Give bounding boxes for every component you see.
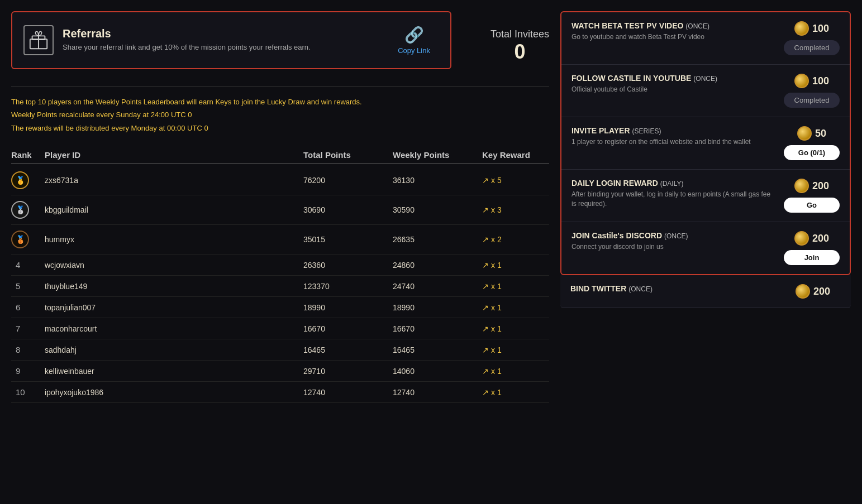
left-panel: Referrals Share your referral link and g…	[11, 11, 549, 493]
key-arrow-icon: ↗	[482, 205, 489, 214]
referral-text: Referrals Share your referral link and g…	[63, 27, 380, 52]
total-points: 18990	[303, 303, 393, 312]
info-line2: Weekly Points recalculate every Sunday a…	[11, 108, 549, 121]
extra-mission-badge: (ONCE)	[628, 285, 653, 293]
go-button[interactable]: Go (0/1)	[784, 145, 840, 160]
mission-title: FOLLOW CASTILE IN YOUTUBE (ONCE)	[572, 74, 777, 83]
mission-title: DAILY LOGIN REWARD (DAILY)	[572, 179, 777, 188]
reward-points: 100	[794, 21, 829, 36]
weekly-points: 12740	[393, 388, 482, 397]
info-text: The top 10 players on the Weekly Points …	[11, 95, 549, 135]
total-points: 123370	[303, 282, 393, 291]
total-points: 76200	[303, 176, 393, 185]
reward-points: 200	[794, 231, 829, 246]
rank-cell: 10	[11, 387, 45, 397]
coin-icon	[794, 74, 809, 88]
total-points: 30690	[303, 205, 393, 214]
key-reward-value: x 2	[491, 235, 502, 244]
key-reward-value: x 1	[491, 261, 502, 270]
mission-badge: (DAILY)	[660, 180, 684, 188]
mission-description: After binding your wallet, log in daily …	[572, 190, 777, 209]
key-reward: ↗ x 1	[482, 345, 549, 354]
player-id: sadhdahj	[45, 345, 303, 354]
extra-mission-title: BIND TWITTER (ONCE)	[570, 284, 778, 293]
col-weekly-points: Weekly Points	[393, 150, 482, 160]
key-reward: ↗ x 1	[482, 282, 549, 291]
mission-item: WATCH BETA TEST PV VIDEO (ONCE) Go to yo…	[561, 12, 850, 65]
col-total-points: Total Points	[303, 150, 393, 160]
mission-reward: 200 Go	[784, 179, 840, 213]
join-button[interactable]: Join	[784, 250, 840, 265]
divider	[11, 86, 549, 87]
mission-info: FOLLOW CASTILE IN YOUTUBE (ONCE) Officia…	[572, 74, 777, 94]
rank-cell: 🥈	[11, 201, 45, 219]
coin-icon	[794, 21, 809, 36]
completed-button: Completed	[784, 93, 840, 108]
total-invitees-label: Total Invitees	[490, 28, 549, 40]
mission-description: Connect your discord to join us	[572, 242, 777, 252]
table-row: 4 wcjowxiavn 26360 24860 ↗ x 1	[11, 255, 549, 276]
reward-points: 50	[797, 126, 826, 141]
leaderboard-rows: 🥇 zxs6731a 76200 36130 ↗ x 5 🥈 kbgguildm…	[11, 166, 549, 403]
key-reward: ↗ x 1	[482, 367, 549, 376]
key-arrow-icon: ↗	[482, 235, 489, 244]
key-reward: ↗ x 1	[482, 388, 549, 397]
rank-number: 8	[11, 345, 20, 354]
mission-item: INVITE PLAYER (SERIES) 1 player to regis…	[561, 117, 850, 170]
table-row: 10 ipohyxojuko1986 12740 12740 ↗ x 1	[11, 382, 549, 403]
points-value: 100	[812, 23, 829, 35]
rank-number: 7	[11, 324, 20, 333]
rank-number: 9	[11, 366, 20, 376]
rank-number: 6	[11, 303, 20, 312]
key-reward-value: x 5	[491, 176, 502, 185]
weekly-points: 18990	[393, 303, 482, 312]
key-reward-value: x 1	[491, 367, 502, 376]
coin-icon	[794, 231, 809, 246]
mission-reward: 100 Completed	[784, 74, 840, 108]
link-icon: 🔗	[404, 26, 424, 44]
rank-cell: 🥇	[11, 171, 45, 189]
mission-badge: (ONCE)	[664, 232, 688, 240]
mission-description: 1 player to register on the official web…	[572, 137, 777, 147]
rank-badge-gold: 🥇	[11, 171, 29, 189]
total-points: 16670	[303, 324, 393, 333]
mission-badge: (SERIES)	[632, 127, 661, 135]
rank-number: 10	[11, 387, 25, 397]
mission-info: INVITE PLAYER (SERIES) 1 player to regis…	[572, 126, 777, 147]
referral-box: Referrals Share your referral link and g…	[11, 11, 451, 69]
extra-mission-reward: 200	[785, 284, 841, 299]
gift-icon	[23, 25, 54, 55]
mission-reward: 200 Join	[784, 231, 840, 265]
weekly-points: 36130	[393, 176, 482, 185]
mission-reward: 50 Go (0/1)	[784, 126, 840, 160]
weekly-points: 24740	[393, 282, 482, 291]
rank-cell: 4	[11, 260, 45, 270]
key-reward-value: x 1	[491, 282, 502, 291]
key-reward-value: x 1	[491, 303, 502, 312]
table-row: 🥇 zxs6731a 76200 36130 ↗ x 5	[11, 166, 549, 195]
table-row: 7 maconharcourt 16670 16670 ↗ x 1	[11, 318, 549, 339]
referral-main: Referrals Share your referral link and g…	[11, 11, 451, 80]
key-reward-value: x 3	[491, 205, 502, 214]
total-points: 35015	[303, 235, 393, 244]
total-invitees: Total Invitees 0	[490, 28, 549, 64]
mission-title: INVITE PLAYER (SERIES)	[572, 126, 777, 135]
extra-points-value: 200	[813, 286, 830, 297]
referral-title: Referrals	[63, 27, 380, 40]
go-button[interactable]: Go	[784, 198, 840, 213]
player-id: ipohyxojuko1986	[45, 388, 303, 397]
key-reward: ↗ x 1	[482, 303, 549, 312]
rank-badge-bronze: 🥉	[11, 231, 29, 248]
copy-link-button[interactable]: 🔗 Copy Link	[389, 21, 439, 59]
key-reward: ↗ x 3	[482, 205, 549, 214]
rank-cell: 8	[11, 345, 45, 354]
extra-missions-container: BIND TWITTER (ONCE) 200	[560, 275, 851, 308]
coin-icon	[794, 179, 809, 193]
mission-description: Go to youtube and watch Beta Test PV vid…	[572, 32, 777, 42]
key-arrow-icon: ↗	[482, 345, 489, 354]
key-arrow-icon: ↗	[482, 303, 489, 312]
weekly-points: 26635	[393, 235, 482, 244]
mission-item: DAILY LOGIN REWARD (DAILY) After binding…	[561, 170, 850, 222]
mission-item: FOLLOW CASTILE IN YOUTUBE (ONCE) Officia…	[561, 65, 850, 117]
col-rank: Rank	[11, 150, 45, 160]
